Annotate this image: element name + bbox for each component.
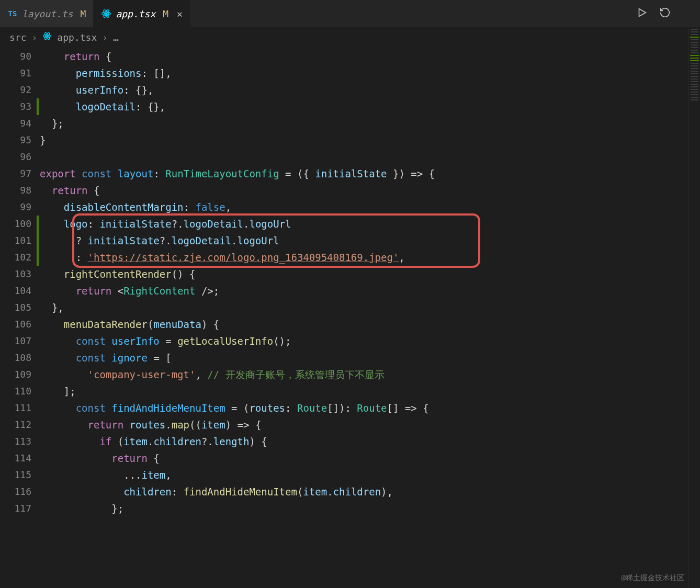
breadcrumb-part[interactable]: app.tsx bbox=[57, 32, 97, 43]
watermark: @稀土掘金技术社区 bbox=[622, 573, 684, 583]
minimap[interactable] bbox=[688, 27, 700, 588]
code-area[interactable]: return { permissions: [], userInfo: {}, … bbox=[40, 48, 700, 579]
breadcrumb: src › app.tsx › … bbox=[0, 27, 700, 48]
breadcrumb-more[interactable]: … bbox=[113, 32, 119, 43]
breadcrumb-part[interactable]: src bbox=[9, 32, 27, 43]
tab-file-name: app.tsx bbox=[116, 8, 155, 19]
tab-app-tsx[interactable]: app.tsx M ✕ bbox=[94, 0, 190, 27]
reload-icon[interactable] bbox=[659, 7, 671, 20]
react-icon bbox=[42, 31, 52, 43]
svg-marker-4 bbox=[639, 9, 646, 17]
svg-point-0 bbox=[106, 13, 107, 14]
code-editor[interactable]: 9091929394959697989910010110210310410510… bbox=[0, 48, 700, 579]
tab-file-name: layout.ts bbox=[22, 8, 73, 19]
tab-modified-badge: M bbox=[163, 8, 168, 19]
editor-tabs: TS layout.ts M app.tsx M ✕ bbox=[0, 0, 700, 27]
close-icon[interactable]: ✕ bbox=[177, 8, 183, 19]
react-icon bbox=[101, 8, 111, 19]
run-icon[interactable] bbox=[636, 7, 648, 20]
tab-modified-badge: M bbox=[81, 8, 86, 19]
tab-layout-ts[interactable]: TS layout.ts M bbox=[0, 0, 94, 27]
chevron-right-icon: › bbox=[102, 32, 108, 43]
line-number-gutter: 9091929394959697989910010110210310410510… bbox=[0, 48, 37, 579]
chevron-right-icon: › bbox=[32, 32, 38, 43]
svg-point-5 bbox=[47, 36, 48, 37]
typescript-icon: TS bbox=[7, 8, 18, 19]
